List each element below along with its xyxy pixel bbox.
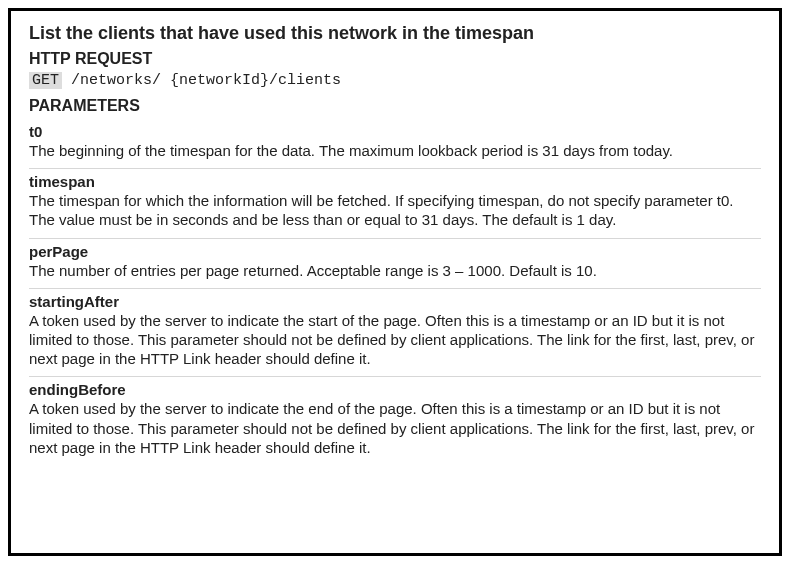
parameter-description: A token used by the server to indicate t… (29, 311, 761, 369)
parameter-description: The timespan for which the information w… (29, 191, 761, 229)
parameter-description: The beginning of the timespan for the da… (29, 141, 761, 160)
parameter-description: A token used by the server to indicate t… (29, 399, 761, 457)
http-path: /networks/ {networkId}/clients (62, 72, 341, 89)
parameter-row: timespan The timespan for which the info… (29, 169, 761, 238)
parameter-name: startingAfter (29, 293, 761, 310)
parameter-name: t0 (29, 123, 761, 140)
http-method-badge: GET (29, 72, 62, 89)
endpoint-title: List the clients that have used this net… (29, 23, 761, 44)
api-doc-frame: List the clients that have used this net… (8, 8, 782, 556)
parameter-row: endingBefore A token used by the server … (29, 377, 761, 457)
parameter-description: The number of entries per page returned.… (29, 261, 761, 280)
parameter-row: perPage The number of entries per page r… (29, 239, 761, 289)
parameter-row: startingAfter A token used by the server… (29, 289, 761, 378)
parameters-heading: PARAMETERS (29, 97, 761, 115)
parameter-name: endingBefore (29, 381, 761, 398)
parameter-name: perPage (29, 243, 761, 260)
parameter-name: timespan (29, 173, 761, 190)
http-request-line: GET /networks/ {networkId}/clients (29, 72, 761, 89)
parameter-row: t0 The beginning of the timespan for the… (29, 119, 761, 169)
http-request-heading: HTTP REQUEST (29, 50, 761, 68)
